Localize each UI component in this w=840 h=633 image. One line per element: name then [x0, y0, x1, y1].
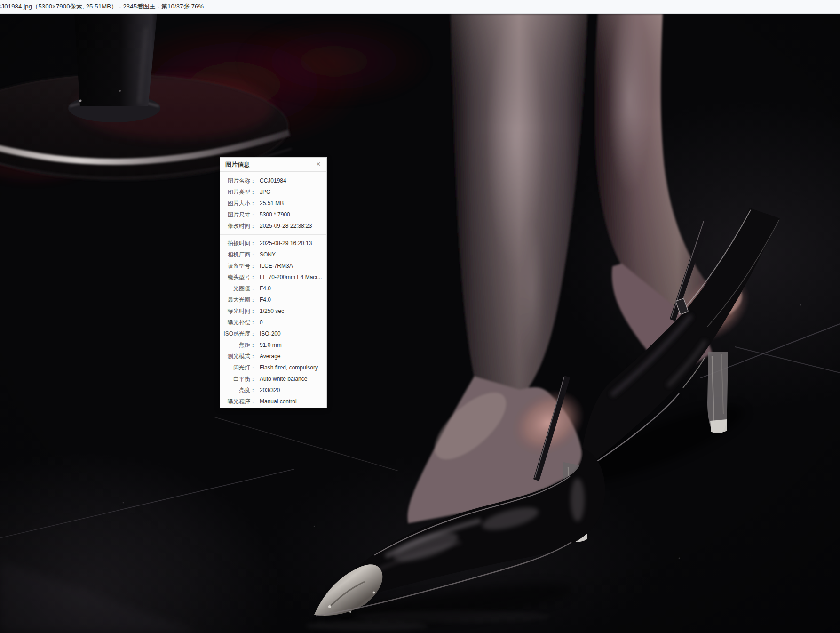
info-row: ISO感光度：ISO-200 — [220, 328, 326, 339]
photo-image — [0, 14, 840, 633]
info-label: 修改时间： — [223, 220, 256, 232]
info-row: 设备型号：ILCE-7RM3A — [220, 260, 326, 272]
panel-body: 图片名称：CCJ01984图片类型：JPG图片大小：25.51 MB图片尺寸：5… — [220, 172, 326, 408]
close-icon[interactable]: × — [314, 160, 323, 169]
info-row: 亮度：203/320 — [220, 385, 326, 396]
image-info-panel: 图片信息 × 图片名称：CCJ01984图片类型：JPG图片大小：25.51 M… — [220, 157, 327, 408]
info-value: 203/320 — [260, 385, 280, 396]
info-label: 光圈值： — [223, 283, 256, 294]
info-row: 曝光程序：Manual control — [220, 396, 326, 407]
info-value: CCJ01984 — [260, 175, 286, 186]
vignette — [0, 14, 840, 633]
info-label: 最大光圈： — [223, 294, 256, 305]
info-row: 焦距：91.0 mm — [220, 339, 326, 351]
info-row: 图片类型：JPG — [220, 186, 326, 198]
photo-canvas[interactable]: 图片信息 × 图片名称：CCJ01984图片类型：JPG图片大小：25.51 M… — [0, 14, 840, 633]
info-value: 2025-08-29 16:20:13 — [260, 238, 312, 249]
info-value: Average — [260, 351, 280, 362]
info-label: 拍摄时间： — [223, 238, 256, 249]
info-value: 5300 * 7900 — [260, 209, 290, 220]
info-label: 图片名称： — [223, 175, 256, 186]
info-label: 镜头型号： — [223, 272, 256, 283]
info-row: 图片大小：25.51 MB — [220, 198, 326, 209]
info-label: 图片大小： — [223, 198, 256, 209]
info-row: 修改时间：2025-09-28 22:38:23 — [220, 220, 326, 232]
info-label: 闪光灯： — [223, 362, 256, 373]
window-title: CJ01984.jpg（5300×7900像素, 25.51MB） - 2345… — [0, 0, 204, 13]
info-value: SONY — [260, 249, 276, 260]
exif-info-section: 拍摄时间：2025-08-29 16:20:13相机厂商：SONY设备型号：IL… — [220, 238, 326, 407]
info-row: 相机厂商：SONY — [220, 249, 326, 260]
info-row: 白平衡：Auto white balance — [220, 373, 326, 385]
info-row: 图片尺寸：5300 * 7900 — [220, 209, 326, 220]
info-row: 镜头型号：FE 70-200mm F4 Macr... — [220, 272, 326, 283]
viewer-window: CJ01984.jpg（5300×7900像素, 25.51MB） - 2345… — [0, 0, 840, 633]
file-info-section: 图片名称：CCJ01984图片类型：JPG图片大小：25.51 MB图片尺寸：5… — [220, 175, 326, 232]
info-row: 拍摄时间：2025-08-29 16:20:13 — [220, 238, 326, 249]
info-value: F4.0 — [260, 294, 271, 305]
info-value: Auto white balance — [260, 373, 307, 385]
info-value: Manual control — [260, 396, 297, 407]
section-divider — [220, 234, 326, 235]
info-label: 曝光程序： — [223, 396, 256, 407]
info-label: 焦距： — [223, 339, 256, 351]
info-value: Flash fired, compulsory... — [260, 362, 322, 373]
info-label: 图片类型： — [223, 186, 256, 198]
info-label: 设备型号： — [223, 260, 256, 272]
info-value: ISO-200 — [260, 328, 281, 339]
info-value: 91.0 mm — [260, 339, 282, 351]
info-label: 亮度： — [223, 385, 256, 396]
info-label: 图片尺寸： — [223, 209, 256, 220]
info-label: 白平衡： — [223, 373, 256, 385]
info-row: 最大光圈：F4.0 — [220, 294, 326, 305]
info-value: F4.0 — [260, 283, 271, 294]
info-row: 光圈值：F4.0 — [220, 283, 326, 294]
panel-title: 图片信息 — [225, 158, 250, 171]
info-value: 2025-09-28 22:38:23 — [260, 220, 312, 232]
info-label: 相机厂商： — [223, 249, 256, 260]
panel-header: 图片信息 × — [220, 158, 326, 172]
title-bar[interactable]: CJ01984.jpg（5300×7900像素, 25.51MB） - 2345… — [0, 0, 840, 14]
info-value: 25.51 MB — [260, 198, 284, 209]
info-row: 曝光时间：1/250 sec — [220, 305, 326, 317]
info-row: 图片名称：CCJ01984 — [220, 175, 326, 186]
info-row: 闪光灯：Flash fired, compulsory... — [220, 362, 326, 373]
info-value: JPG — [260, 186, 270, 198]
info-row: 曝光补偿：0 — [220, 317, 326, 328]
info-label: 测光模式： — [223, 351, 256, 362]
info-label: ISO感光度： — [223, 328, 256, 339]
info-row: 测光模式：Average — [220, 351, 326, 362]
info-label: 曝光补偿： — [223, 317, 256, 328]
info-value: 0 — [260, 317, 263, 328]
info-value: 1/250 sec — [260, 305, 284, 317]
info-label: 曝光时间： — [223, 305, 256, 317]
info-value: FE 70-200mm F4 Macr... — [260, 272, 322, 283]
info-value: ILCE-7RM3A — [260, 260, 293, 272]
